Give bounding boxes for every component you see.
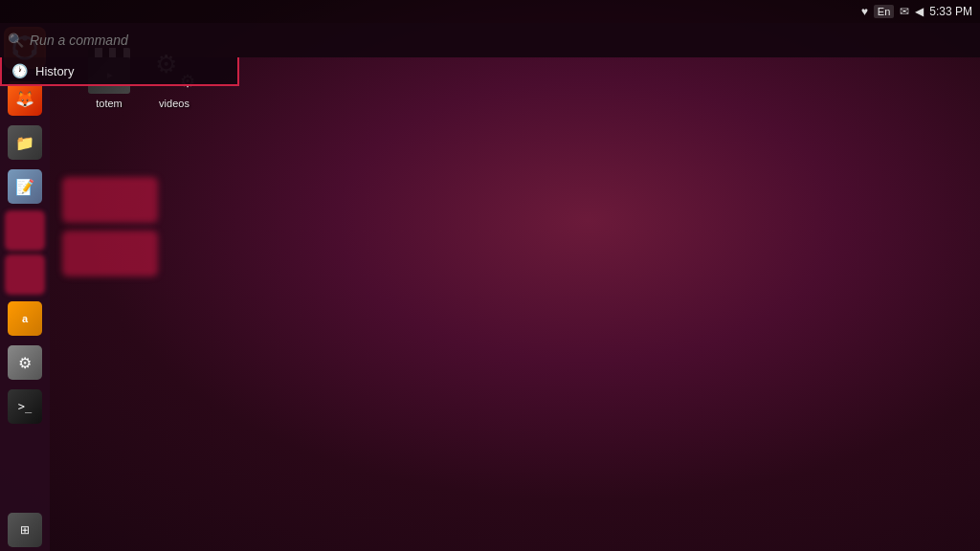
launcher-item-files[interactable]: 📁 [4, 121, 46, 164]
launcher-item-blurred-1[interactable] [4, 209, 46, 252]
run-command-bar[interactable]: 🔍 [0, 23, 980, 57]
launcher: 🦊 📁 📝 a ⚙ >_ [0, 23, 50, 551]
blurred-icon-1 [5, 210, 45, 251]
blurred-icon-2 [5, 254, 45, 295]
history-clock-icon: 🕐 [11, 63, 28, 78]
apps-grid-icon: ⊞ [8, 513, 42, 547]
wifi-icon: ♥ [861, 5, 868, 18]
launcher-item-apps[interactable]: ⊞ [4, 509, 46, 551]
history-dropdown: 🕐 History [0, 57, 239, 86]
amazon-icon: a [8, 301, 42, 336]
launcher-item-amazon[interactable]: a [4, 298, 46, 340]
run-command-input[interactable] [30, 33, 972, 48]
blurred-desktop-app-1 [62, 177, 158, 223]
terminal-icon: >_ [8, 389, 42, 424]
videos-label: videos [159, 98, 189, 109]
totem-label: totem [96, 98, 122, 109]
libreoffice-icon: 📝 [8, 169, 42, 204]
blurred-desktop-app-2 [62, 231, 158, 276]
launcher-item-libreoffice[interactable]: 📝 [4, 165, 46, 208]
history-label: History [35, 64, 74, 78]
topbar: ♥ En ✉ ◀ 5:33 PM [0, 0, 980, 23]
mail-icon: ✉ [900, 5, 909, 18]
language-indicator[interactable]: En [874, 5, 894, 18]
desktop: ♥ En ✉ ◀ 5:33 PM 🔍 🕐 History [0, 0, 980, 551]
settings-icon: ⚙ [8, 345, 42, 380]
topbar-right: ♥ En ✉ ◀ 5:33 PM [861, 5, 972, 18]
firefox-icon: 🦊 [8, 81, 42, 116]
clock: 5:33 PM [929, 5, 972, 18]
files-icon: 📁 [8, 125, 42, 160]
history-item[interactable]: 🕐 History [2, 57, 237, 84]
launcher-item-blurred-2[interactable] [4, 253, 46, 296]
volume-icon: ◀ [915, 5, 924, 18]
launcher-item-terminal[interactable]: >_ [4, 386, 46, 428]
blurred-apps-container [62, 177, 158, 276]
launcher-item-settings[interactable]: ⚙ [4, 342, 46, 384]
search-icon: 🔍 [8, 33, 24, 48]
